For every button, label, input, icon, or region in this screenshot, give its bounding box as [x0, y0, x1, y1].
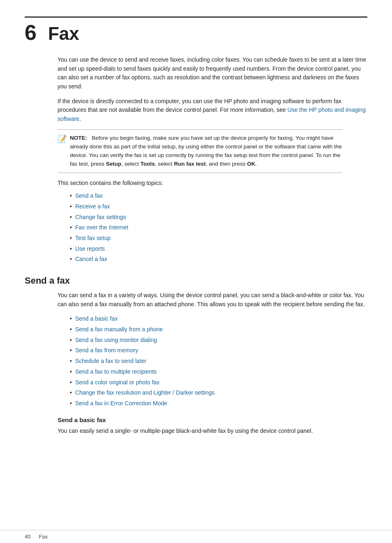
chapter-title: Fax — [48, 23, 79, 44]
toc-list-item: Change fax settings — [70, 213, 367, 222]
send-fax-list-item: Send a color original or photo fax — [70, 378, 367, 387]
send-fax-link-0[interactable]: Send a basic fax — [75, 314, 118, 323]
note-box: 📝 NOTE: Before you begin faxing, make su… — [58, 129, 343, 173]
toc-list: Send a faxReceive a faxChange fax settin… — [70, 192, 367, 264]
send-fax-list-item: Send a fax manually from a phone — [70, 325, 367, 334]
footer-section-name: Fax — [39, 534, 48, 540]
note-bold-tools: Tools — [141, 161, 155, 167]
send-fax-link-1[interactable]: Send a fax manually from a phone — [75, 325, 163, 334]
intro-paragraph-2-post: . — [79, 116, 81, 122]
toc-link-2[interactable]: Change fax settings — [75, 213, 126, 222]
note-bold-ok: OK — [247, 161, 255, 167]
section-intro-text: This section contains the following topi… — [58, 179, 367, 188]
intro-paragraph-2: If the device is directly connected to a… — [58, 97, 367, 124]
toc-list-item: Use reports — [70, 245, 367, 254]
toc-list-item: Cancel a fax — [70, 255, 367, 264]
chapter-number: 6 — [25, 22, 37, 43]
chapter-header: 6 Fax — [25, 22, 367, 44]
footer-page-number: 40 — [25, 534, 30, 540]
toc-list-item: Send a fax — [70, 192, 367, 201]
note-label: NOTE: — [70, 135, 87, 141]
note-bold-run-fax-test: Run fax test — [174, 161, 205, 167]
send-fax-list-item: Send a basic fax — [70, 314, 367, 323]
send-fax-link-8[interactable]: Send a fax in Error Correction Mode — [75, 399, 167, 408]
send-fax-link-6[interactable]: Send a color original or photo fax — [75, 378, 159, 387]
send-fax-link-4[interactable]: Schedule a fax to send later — [75, 357, 147, 366]
note-icon: 📝 — [58, 134, 67, 143]
toc-list-item: Receive a fax — [70, 202, 367, 211]
footer: 40 Fax — [0, 530, 392, 543]
send-fax-link-2[interactable]: Send a fax using monitor dialing — [75, 336, 157, 345]
page-content: 6 Fax You can use the device to send and… — [0, 0, 392, 458]
send-fax-intro: You can send a fax in a variety of ways.… — [58, 291, 367, 309]
toc-link-5[interactable]: Use reports — [75, 245, 105, 254]
note-bold-setup: Setup — [106, 161, 122, 167]
send-fax-list-item: Change the fax resolution and Lighter / … — [70, 388, 367, 397]
note-content: 📝 NOTE: Before you begin faxing, make su… — [58, 134, 343, 169]
send-fax-link-5[interactable]: Send a fax to multiple recipients — [75, 367, 157, 377]
send-fax-link-7[interactable]: Change the fax resolution and Lighter / … — [75, 388, 214, 397]
send-fax-list-item: Send a fax from memory — [70, 346, 367, 355]
toc-link-6[interactable]: Cancel a fax — [75, 255, 107, 264]
top-rule — [25, 16, 367, 18]
send-fax-link-3[interactable]: Send a fax from memory — [75, 346, 138, 355]
send-fax-heading: Send a fax — [25, 275, 367, 286]
intro-paragraph-1: You can use the device to send and recei… — [58, 55, 367, 91]
send-fax-list-item: Send a fax to multiple recipients — [70, 367, 367, 377]
toc-list-item: Test fax setup — [70, 234, 367, 243]
note-text: NOTE: Before you begin faxing, make sure… — [70, 134, 343, 169]
send-basic-fax-heading: Send a basic fax — [58, 416, 367, 423]
send-fax-list-item: Schedule a fax to send later — [70, 357, 367, 366]
toc-link-3[interactable]: Fax over the Internet — [75, 223, 128, 232]
toc-link-4[interactable]: Test fax setup — [75, 234, 111, 243]
send-basic-fax-text: You can easily send a single- or multipl… — [58, 427, 367, 436]
send-fax-list-item: Send a fax in Error Correction Mode — [70, 399, 367, 408]
toc-list-item: Fax over the Internet — [70, 223, 367, 232]
send-fax-list-item: Send a fax using monitor dialing — [70, 336, 367, 345]
toc-link-0[interactable]: Send a fax — [75, 192, 103, 201]
toc-link-1[interactable]: Receive a fax — [75, 202, 110, 211]
send-fax-topics-list: Send a basic faxSend a fax manually from… — [70, 314, 367, 408]
